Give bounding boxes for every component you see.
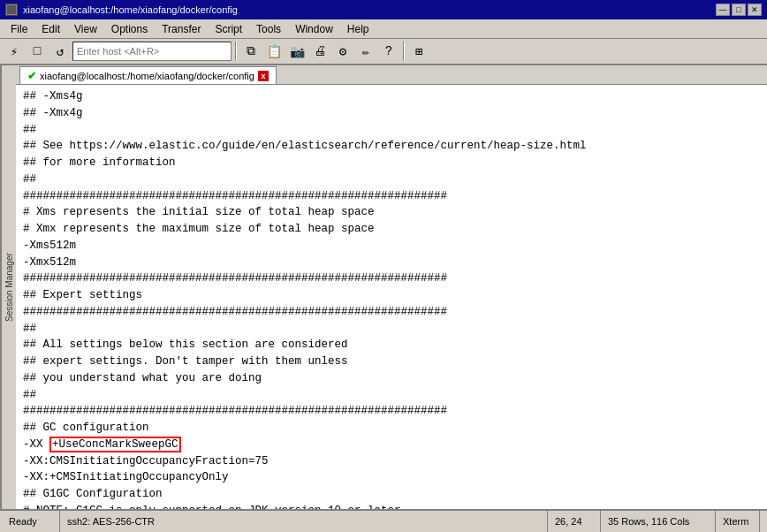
toolbar-paste-btn[interactable]: 📋	[263, 41, 285, 62]
minimize-button[interactable]: —	[716, 4, 730, 16]
tab-close-button[interactable]: x	[258, 71, 269, 81]
status-ready: Ready	[7, 511, 60, 532]
toolbar-duplicate-btn[interactable]: □	[27, 41, 48, 62]
tab-bar: ✔ xiaofang@localhost:/home/xiaofang/dock…	[16, 65, 767, 85]
toolbar: ⚡ □ ↺ ⧉ 📋 📷 🖨 ⚙ ✏ ? ⊞	[0, 39, 767, 65]
terminal-line: ## GC configuration	[23, 420, 760, 437]
window-title: xiaofang@localhost:/home/xiaofang/docker…	[23, 4, 716, 15]
terminal-line: # NOTE: G1GC is only supported on JDK ve…	[23, 503, 760, 509]
toolbar-new-btn[interactable]: ⚡	[4, 41, 25, 62]
status-position: 26, 24	[548, 511, 601, 532]
toolbar-camera-btn[interactable]: 📷	[286, 41, 308, 62]
terminal-content[interactable]: ## -Xms4g## -Xmx4g#### See https://www.e…	[16, 85, 767, 509]
terminal-line: ##	[23, 171, 760, 188]
terminal-line: ########################################…	[23, 270, 760, 287]
toolbar-sep-1	[235, 42, 237, 61]
status-dimensions: 35 Rows, 116 Cols	[601, 511, 716, 532]
toolbar-edit-btn[interactable]: ✏	[355, 41, 376, 62]
terminal-line: ########################################…	[23, 188, 760, 205]
session-manager-sidebar[interactable]: Session Manager	[0, 65, 16, 509]
terminal-line: ##	[23, 122, 760, 139]
terminal-line: ##	[23, 321, 760, 338]
terminal-line: ## for more information	[23, 155, 760, 171]
terminal-line: ## G1GC Configuration	[23, 486, 760, 503]
menu-item-options[interactable]: Options	[104, 19, 155, 38]
terminal-line: -XX:+CMSInitiatingOccupancyOnly	[23, 469, 760, 486]
close-button[interactable]: ✕	[748, 4, 762, 16]
terminal-area: ✔ xiaofang@localhost:/home/xiaofang/dock…	[16, 65, 767, 509]
terminal-line: -Xmx512m	[23, 255, 760, 271]
terminal-line: ## All settings below this section are c…	[23, 337, 760, 353]
menu-item-view[interactable]: View	[67, 19, 104, 38]
terminal-line: # Xms represents the initial size of tot…	[23, 204, 760, 221]
terminal-line: ## -Xms4g	[23, 88, 760, 105]
menu-item-edit[interactable]: Edit	[34, 19, 67, 38]
status-bar: Ready ssh2: AES-256-CTR 26, 24 35 Rows, …	[0, 509, 767, 532]
app-icon	[5, 4, 18, 16]
tab-label: xiaofang@localhost:/home/xiaofang/docker…	[40, 71, 254, 81]
menu-item-window[interactable]: Window	[288, 19, 340, 38]
toolbar-help-btn[interactable]: ?	[378, 41, 399, 62]
session-manager-label: Session Manager	[4, 253, 14, 322]
toolbar-sep-2	[403, 42, 405, 61]
toolbar-settings-btn[interactable]: ⚙	[332, 41, 353, 62]
menu-item-tools[interactable]: Tools	[249, 19, 288, 38]
terminal-line: # Xmx represents the maximum size of tot…	[23, 221, 760, 238]
terminal-line: ##	[23, 387, 760, 404]
toolbar-extra-btn[interactable]: ⊞	[408, 41, 429, 62]
svg-rect-1	[7, 5, 16, 14]
main-area: Session Manager ✔ xiaofang@localhost:/ho…	[0, 65, 767, 509]
menu-item-file[interactable]: File	[4, 19, 34, 38]
toolbar-print-btn[interactable]: 🖨	[309, 41, 330, 62]
menu-bar: FileEditViewOptionsTransferScriptToolsWi…	[0, 19, 767, 39]
toolbar-copy-btn[interactable]: ⧉	[240, 41, 262, 62]
terminal-line: -XX +UseConcMarkSweepGC	[23, 437, 760, 453]
terminal-line: ## See https://www.elastic.co/guide/en/e…	[23, 138, 760, 155]
status-term: Xterm	[716, 511, 760, 532]
menu-item-help[interactable]: Help	[340, 19, 376, 38]
terminal-line: ## -Xmx4g	[23, 105, 760, 122]
terminal-line: -Xms512m	[23, 238, 760, 255]
maximize-button[interactable]: □	[732, 4, 746, 16]
terminal-tab[interactable]: ✔ xiaofang@localhost:/home/xiaofang/dock…	[19, 66, 277, 84]
menu-item-script[interactable]: Script	[208, 19, 249, 38]
status-ssh: ssh2: AES-256-CTR	[60, 511, 548, 532]
tab-check-icon: ✔	[27, 70, 36, 82]
window-controls: — □ ✕	[716, 4, 762, 16]
terminal-line: ########################################…	[23, 304, 760, 321]
terminal-line: ## expert settings. Don't tamper with th…	[23, 353, 760, 370]
terminal-line: ## Expert settings	[23, 287, 760, 304]
title-bar: xiaofang@localhost:/home/xiaofang/docker…	[0, 0, 767, 19]
host-input[interactable]	[72, 42, 232, 61]
toolbar-refresh-btn[interactable]: ↺	[49, 41, 71, 62]
terminal-line: ## you understand what you are doing	[23, 370, 760, 387]
highlight-text: +UseConcMarkSweepGC	[49, 437, 181, 452]
terminal-line: ########################################…	[23, 403, 760, 420]
menu-item-transfer[interactable]: Transfer	[155, 19, 208, 38]
terminal-line: -XX:CMSInitiatingOccupancyFraction=75	[23, 453, 760, 470]
